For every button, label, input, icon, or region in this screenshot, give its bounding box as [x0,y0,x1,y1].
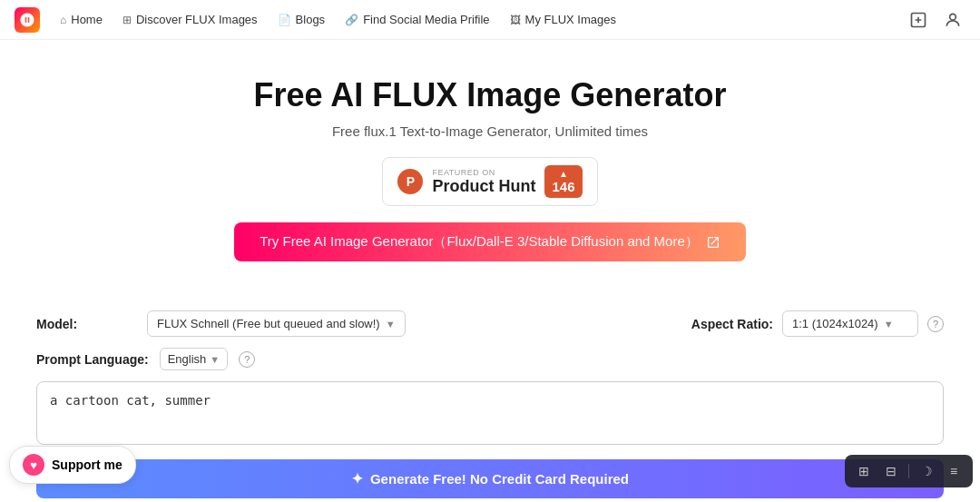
prompt-textarea[interactable]: a cartoon cat, summer [36,381,944,445]
aspect-ratio-info-icon[interactable]: ? [927,316,944,332]
external-link-icon [706,235,720,250]
support-me-label: Support me [52,458,122,472]
cta-button-label: Try Free AI Image Generator（Flux/Dall-E … [260,233,699,251]
nav-social-media[interactable]: 🔗 Find Social Media Prifile [336,8,498,31]
home-icon: ⌂ [60,14,66,26]
model-select-value: FLUX Schnell (Free but queued and slow!) [157,317,380,330]
nav-right-actions [906,7,965,33]
upload-button[interactable] [906,7,931,33]
model-dropdown-icon: ▼ [386,319,396,330]
product-hunt-logo: P [397,169,423,194]
aspect-ratio-select[interactable]: 1:1 (1024x1024) ▼ [782,310,918,337]
model-select[interactable]: FLUX Schnell (Free but queued and slow!)… [147,310,406,337]
prompt-language-row: Prompt Language: English ▼ ? [36,348,944,370]
aspect-dropdown-icon: ▼ [884,319,894,330]
bottom-toolbar: ⊞ ⊟ ☽ ≡ [845,455,973,487]
image-icon: 🖼 [510,14,521,26]
apps2-icon[interactable]: ⊟ [879,459,903,483]
heart-icon: ♥ [23,454,44,476]
language-info-icon[interactable]: ? [239,351,255,368]
ph-name: Product Hunt [432,177,535,196]
logo-icon [19,12,35,28]
generate-button-label: Generate Free! No Credit Card Required [370,471,629,487]
external-link-icon: 🔗 [345,14,358,26]
nav-links: ⌂ Home ⊞ Discover FLUX Images 📄 Blogs 🔗 … [51,8,902,31]
user-button[interactable] [940,7,965,33]
nav-my-images[interactable]: 🖼 My FLUX Images [501,8,625,31]
svg-point-1 [950,14,956,20]
product-hunt-votes: ▲ 146 [544,165,582,198]
hero-heading: Free AI FLUX Image Generator [18,76,962,114]
nav-blogs[interactable]: 📄 Blogs [269,8,335,31]
ph-featured-label: FEATURED ON [432,168,495,177]
apps-icon[interactable]: ⊞ [852,459,876,483]
model-label: Model: [36,317,136,331]
generator-section: Model: FLUX Schnell (Free but queued and… [0,310,980,502]
language-value: English [168,352,207,366]
hero-subheading: Free flux.1 Text-to-Image Generator, Unl… [18,123,962,139]
model-row: Model: FLUX Schnell (Free but queued and… [36,310,944,337]
prompt-language-label: Prompt Language: [36,352,149,367]
ph-votes-count: 146 [552,179,574,194]
menu-icon[interactable]: ≡ [942,459,965,483]
support-me-button[interactable]: ♥ Support me [9,446,136,484]
product-hunt-text: FEATURED ON Product Hunt [432,168,535,196]
cta-button[interactable]: Try Free AI Image Generator（Flux/Dall-E … [234,222,746,261]
generate-button[interactable]: ✦ Generate Free! No Credit Card Required [36,459,944,498]
toolbar-divider [908,464,909,478]
app-logo[interactable] [15,7,40,33]
grid-icon: ⊞ [122,14,132,26]
language-select[interactable]: English ▼ [160,348,229,370]
aspect-ratio-label: Aspect Ratio: [691,317,773,331]
aspect-ratio-section: Aspect Ratio: 1:1 (1024x1024) ▼ ? [691,310,944,337]
ph-arrow-icon: ▲ [559,169,568,179]
nav-discover[interactable]: ⊞ Discover FLUX Images [113,8,267,31]
nav-home[interactable]: ⌂ Home [51,8,112,31]
hero-section: Free AI FLUX Image Generator Free flux.1… [0,40,980,310]
navbar: ⌂ Home ⊞ Discover FLUX Images 📄 Blogs 🔗 … [0,0,980,40]
aspect-ratio-value: 1:1 (1024x1024) [792,317,878,330]
product-hunt-badge[interactable]: P FEATURED ON Product Hunt ▲ 146 [382,157,597,206]
moon-icon[interactable]: ☽ [915,459,938,483]
document-icon: 📄 [278,14,291,26]
language-dropdown-icon: ▼ [210,354,220,365]
diamond-icon: ✦ [351,470,363,487]
